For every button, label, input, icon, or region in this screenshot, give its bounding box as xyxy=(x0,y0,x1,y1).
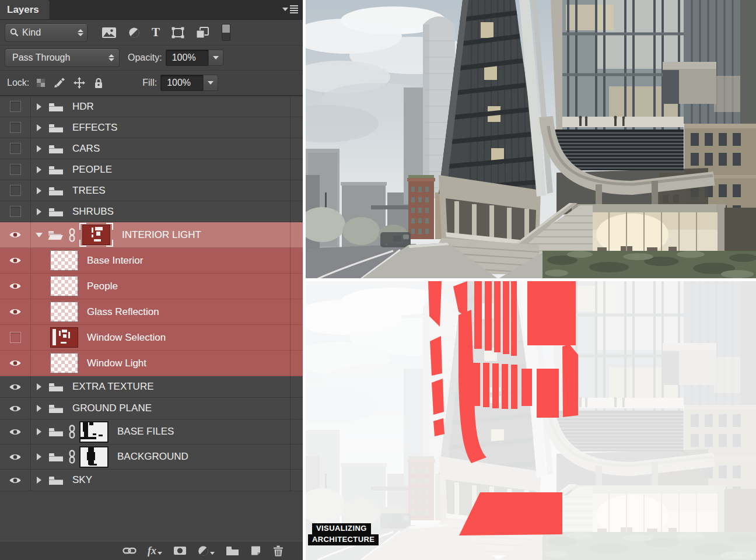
opacity-dropdown-button[interactable] xyxy=(208,50,223,66)
layer-name: Window Light xyxy=(87,358,146,369)
add-layer-mask-button[interactable] xyxy=(173,545,187,556)
visibility-toggle[interactable] xyxy=(0,470,31,491)
folder-icon xyxy=(48,102,64,112)
layer-row-background[interactable]: BACKGROUND xyxy=(0,444,303,470)
collapse-triangle-icon[interactable] xyxy=(37,428,41,435)
link-icon[interactable] xyxy=(68,450,76,464)
filter-pixel-layers-button[interactable] xyxy=(102,27,117,38)
collapse-triangle-icon[interactable] xyxy=(37,477,41,484)
panel-menu-arrow-icon xyxy=(282,8,288,11)
layer-row-glass-reflection[interactable]: Glass Reflection xyxy=(0,299,303,325)
layer-row-extra-texture[interactable]: EXTRA TEXTURE xyxy=(0,376,303,398)
collapse-triangle-icon[interactable] xyxy=(37,124,41,131)
visibility-toggle[interactable] xyxy=(0,398,31,419)
layer-thumbnail[interactable] xyxy=(50,302,78,322)
layer-mask-thumbnail-selected[interactable] xyxy=(79,223,113,247)
visibility-toggle[interactable] xyxy=(0,351,31,376)
collapse-triangle-icon[interactable] xyxy=(37,145,41,152)
layer-row-window-light[interactable]: Window Light xyxy=(0,351,303,376)
folder-icon xyxy=(48,475,64,485)
new-adjustment-layer-button[interactable] xyxy=(198,545,215,556)
image-icon xyxy=(102,27,117,38)
folder-icon xyxy=(226,545,239,556)
layer-row-people[interactable]: People xyxy=(0,274,303,299)
layer-style-button[interactable]: fx xyxy=(148,545,162,557)
fill-field[interactable]: 100% xyxy=(160,75,203,91)
layers-list: HDR EFFECTS CARS PEOPLE TREES xyxy=(0,96,303,491)
chain-link-icon xyxy=(123,545,136,556)
layer-thumbnail[interactable] xyxy=(50,353,78,373)
layer-row-base-files[interactable]: BASE FILES xyxy=(0,419,303,444)
opacity-label: Opacity: xyxy=(128,52,162,63)
panel-menu-button[interactable] xyxy=(282,5,298,13)
kind-filter-select[interactable]: Kind xyxy=(5,23,88,42)
filter-type-layers-button[interactable]: T xyxy=(152,26,160,38)
layers-tab[interactable]: Layers xyxy=(0,0,50,19)
layer-row-trees[interactable]: TREES xyxy=(0,180,303,201)
visibility-toggle[interactable] xyxy=(0,159,31,180)
link-icon[interactable] xyxy=(68,228,76,242)
layer-row-people-group[interactable]: PEOPLE xyxy=(0,159,303,180)
collapse-triangle-icon[interactable] xyxy=(37,453,41,460)
layer-row-effects[interactable]: EFFECTS xyxy=(0,117,303,138)
watermark-line-1: VISUALIZING xyxy=(312,523,371,534)
collapse-triangle-icon[interactable] xyxy=(37,187,41,194)
layer-row-interior-light[interactable]: INTERIOR LIGHT xyxy=(0,222,303,248)
visibility-toggle[interactable] xyxy=(0,96,31,117)
opacity-field[interactable]: 100% xyxy=(166,50,208,66)
layer-row-cars[interactable]: CARS xyxy=(0,138,303,159)
lock-transparent-pixels-button[interactable] xyxy=(36,78,46,88)
type-letter-icon: T xyxy=(152,26,160,38)
lock-position-button[interactable] xyxy=(74,77,85,89)
layer-row-window-selection[interactable]: Window Selection xyxy=(0,325,303,351)
visibility-toggle[interactable] xyxy=(0,248,31,273)
filter-shape-layers-button[interactable] xyxy=(172,27,184,38)
visibility-toggle[interactable] xyxy=(0,299,31,324)
visibility-toggle[interactable] xyxy=(0,117,31,138)
collapse-triangle-icon[interactable] xyxy=(37,166,41,173)
filter-adjustment-layers-button[interactable] xyxy=(128,27,140,38)
fill-dropdown-button[interactable] xyxy=(203,75,218,91)
filter-smart-objects-button[interactable] xyxy=(196,27,209,38)
layer-thumbnail[interactable] xyxy=(50,250,78,271)
layer-row-sky[interactable]: SKY xyxy=(0,470,303,491)
link-icon[interactable] xyxy=(68,425,76,439)
kind-filter-spinner-icon xyxy=(78,29,83,36)
layer-name: Base Interior xyxy=(87,255,143,267)
visibility-toggle[interactable] xyxy=(0,180,31,201)
new-layer-button[interactable] xyxy=(250,545,261,556)
expand-triangle-icon[interactable] xyxy=(36,233,43,237)
layer-filtering-toggle[interactable] xyxy=(222,24,230,41)
layer-row-hdr[interactable]: HDR xyxy=(0,96,303,117)
layer-mask-thumbnail[interactable] xyxy=(79,421,108,443)
layer-mask-thumbnail[interactable] xyxy=(79,446,108,468)
delete-layer-button[interactable] xyxy=(272,545,284,556)
folder-icon xyxy=(48,186,64,196)
collapse-triangle-icon[interactable] xyxy=(37,383,41,390)
visibility-toggle[interactable] xyxy=(0,201,31,222)
layer-row-ground-plane[interactable]: GROUND PLANE xyxy=(0,398,303,419)
visibility-toggle[interactable] xyxy=(0,222,31,247)
visibility-toggle[interactable] xyxy=(0,419,31,444)
lock-all-button[interactable] xyxy=(93,78,104,89)
collapse-triangle-icon[interactable] xyxy=(37,103,41,110)
lock-image-pixels-button[interactable] xyxy=(54,78,65,88)
visibility-toggle[interactable] xyxy=(0,325,31,350)
visibility-toggle[interactable] xyxy=(0,444,31,469)
visibility-toggle[interactable] xyxy=(0,376,31,397)
collapse-triangle-icon[interactable] xyxy=(37,208,41,215)
eye-empty-icon xyxy=(10,101,21,112)
layer-thumbnail[interactable] xyxy=(50,276,78,296)
collapse-triangle-icon[interactable] xyxy=(37,405,41,412)
render-final-image xyxy=(306,0,756,278)
layer-row-base-interior[interactable]: Base Interior xyxy=(0,248,303,274)
layer-row-shrubs[interactable]: SHRUBS xyxy=(0,201,303,222)
visibility-toggle[interactable] xyxy=(0,138,31,159)
layer-name: SHRUBS xyxy=(72,206,114,218)
blend-mode-select[interactable]: Pass Through xyxy=(5,48,120,67)
link-layers-button[interactable] xyxy=(123,545,136,556)
layer-thumbnail[interactable] xyxy=(50,327,78,348)
layers-tab-label: Layers xyxy=(7,4,39,16)
new-group-button[interactable] xyxy=(226,545,239,556)
visibility-toggle[interactable] xyxy=(0,274,31,299)
